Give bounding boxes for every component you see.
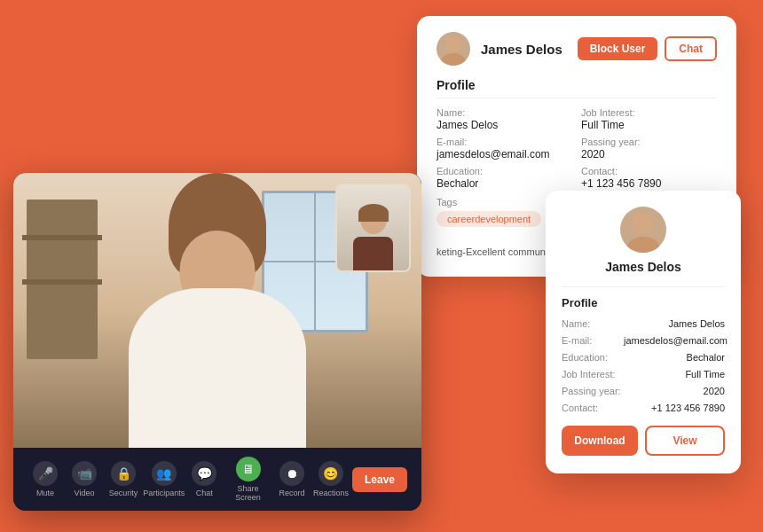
chat-label: Chat xyxy=(196,489,213,497)
person-figure xyxy=(75,191,359,448)
front-field-job-interest: Job Interest: Full Time xyxy=(562,369,725,379)
toolbar-chat[interactable]: 💬 Chat xyxy=(186,461,222,497)
download-button[interactable]: Download xyxy=(562,426,638,456)
leave-button[interactable]: Leave xyxy=(352,467,407,492)
bg-field-education: Education: Bechalor xyxy=(437,166,572,190)
bg-profile-grid: Name: James Delos Job Interest: Full Tim… xyxy=(437,107,717,190)
person-body xyxy=(129,288,306,448)
chat-button[interactable]: Chat xyxy=(665,36,717,61)
record-label: Record xyxy=(279,489,304,497)
security-label: Security xyxy=(109,489,138,497)
video-icon: 📹 xyxy=(72,461,97,486)
bg-card-name: James Delos xyxy=(481,42,578,57)
tag-careerdevelopment: careerdevelopment xyxy=(437,211,541,227)
toolbar-mute[interactable]: 🎤 Mute xyxy=(28,461,63,497)
participants-icon: 👥 xyxy=(152,461,177,486)
toolbar-record[interactable]: ⏺ Record xyxy=(274,461,310,497)
bg-field-job-interest: Job Interest: Full Time xyxy=(581,107,717,131)
thumb-hair xyxy=(358,204,389,222)
reactions-icon: 😊 xyxy=(319,461,343,486)
bg-card-avatar xyxy=(437,32,470,66)
front-field-contact: Contact: +1 123 456 7890 xyxy=(562,403,725,413)
front-field-name: Name: James Delos xyxy=(562,318,725,329)
thumbnail-background xyxy=(337,185,409,270)
bg-field-passing-year: Passing year: 2020 xyxy=(581,137,717,160)
participant-thumbnail xyxy=(335,184,411,272)
bg-card-header: James Delos Block User Chat xyxy=(437,32,717,66)
thumb-body xyxy=(353,237,393,272)
video-call-window: 🎤 Mute 📹 Video 🔒 Security 👥 Participants… xyxy=(13,173,421,511)
front-field-education: Education: Bechalor xyxy=(562,352,725,363)
video-label: Video xyxy=(75,489,95,497)
record-icon: ⏺ xyxy=(279,461,304,486)
front-avatar xyxy=(620,207,666,253)
video-toolbar: 🎤 Mute 📹 Video 🔒 Security 👥 Participants… xyxy=(13,448,421,511)
front-card-header: James Delos xyxy=(562,207,725,274)
svg-point-0 xyxy=(445,36,461,52)
front-card-name: James Delos xyxy=(605,260,681,274)
front-card-buttons: Download View xyxy=(562,426,725,456)
front-section-title: Profile xyxy=(562,296,725,309)
participants-label: Participants xyxy=(143,489,185,497)
bg-field-contact: Contact: +1 123 456 7890 xyxy=(581,166,717,190)
front-field-email: E-mail: jamesdelos@email.com xyxy=(562,335,725,346)
block-user-button[interactable]: Block User xyxy=(578,37,658,60)
svg-point-1 xyxy=(441,53,466,66)
toolbar-security[interactable]: 🔒 Security xyxy=(106,461,141,497)
front-profile-card: James Delos Profile Name: James Delos E-… xyxy=(546,191,741,473)
svg-point-2 xyxy=(633,213,654,234)
share-screen-label: Share Screen xyxy=(225,484,271,502)
chat-icon: 💬 xyxy=(192,461,216,486)
toolbar-reactions[interactable]: 😊 Reactions xyxy=(313,461,349,497)
toolbar-video[interactable]: 📹 Video xyxy=(67,461,102,497)
mute-label: Mute xyxy=(36,489,54,497)
svg-point-3 xyxy=(627,237,659,253)
video-main-area xyxy=(13,173,421,448)
front-card-divider xyxy=(562,286,725,287)
toolbar-share-screen[interactable]: 🖥 Share Screen xyxy=(225,457,271,502)
reactions-label: Reactions xyxy=(313,489,349,497)
bg-field-email: E-mail: jamesdelos@email.com xyxy=(437,137,572,160)
toolbar-participants[interactable]: 👥 Participants xyxy=(145,461,183,497)
share-screen-icon: 🖥 xyxy=(236,457,261,481)
front-field-passing-year: Passing year: 2020 xyxy=(562,386,725,396)
bg-profile-section-title: Profile xyxy=(437,78,717,98)
view-button[interactable]: View xyxy=(645,426,725,456)
bg-field-name: Name: James Delos xyxy=(437,107,572,131)
thumbnail-person xyxy=(351,197,396,259)
security-icon: 🔒 xyxy=(111,461,136,486)
mute-icon: 🎤 xyxy=(33,461,58,486)
